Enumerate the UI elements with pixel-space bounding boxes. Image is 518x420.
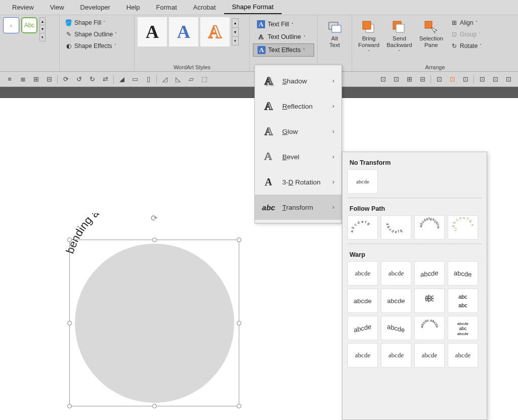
qt-btn[interactable]: ⊟ [416,73,429,85]
wordart-gallery-more[interactable]: ▾ [232,36,239,45]
thumb-warp[interactable]: abcde [414,261,445,286]
thumb-warp[interactable]: abcde [448,261,478,286]
shape-outline-button[interactable]: ✎Shape Outline ˅ [63,29,119,39]
align-button[interactable]: ⊞Align ˅ [448,17,484,28]
qt-btn[interactable]: ⟳ [59,73,72,85]
qt-btn[interactable]: ▯ [142,73,155,85]
qt-btn[interactable]: ◢ [115,73,128,85]
resize-handle[interactable] [152,404,157,408]
thumb-no-transform[interactable]: abcde [348,169,378,194]
thumb-warp[interactable]: abcde [348,343,378,367]
thumb-warp[interactable]: abcde [381,289,411,313]
menu-acrobat[interactable]: Acrobat [185,1,224,14]
menu-format[interactable]: Format [148,1,185,14]
svg-rect-1 [332,25,341,32]
qt-btn[interactable]: ⊡ [390,73,403,85]
resize-handle[interactable] [152,238,157,242]
thumb-follow-path-4[interactable]: a b c d e f G h i j [448,215,478,240]
wordart-gallery-up[interactable]: ▲ [232,18,239,27]
menu-help[interactable]: Help [118,1,148,14]
dd-bevel[interactable]: ABevel › [255,144,341,169]
qt-btn[interactable]: ⊡ [476,73,489,85]
shape-fill-button[interactable]: 🪣Shape Fill ˅ [63,17,119,28]
resize-handle[interactable] [67,238,72,242]
qt-btn[interactable]: ◺ [171,73,185,85]
dd-reflection[interactable]: AReflection › [255,94,341,119]
style-gallery-more[interactable]: ▾ [39,33,46,41]
thumb-warp[interactable]: abcde [381,343,411,367]
chevron-right-icon: › [332,204,334,211]
resize-handle[interactable] [237,238,241,242]
dd-glow[interactable]: AGlow › [255,119,341,144]
thumb-warp[interactable]: abcabc [414,289,445,313]
menu-shape-format[interactable]: Shape Format [224,1,282,14]
rotate-handle[interactable]: ⟳ [151,213,157,223]
thumb-follow-path-2[interactable]: a b c d e f g [381,215,411,240]
menu-developer[interactable]: Developer [72,1,118,14]
rotate-button[interactable]: ↻Rotate ˅ [448,40,484,51]
menu-view[interactable]: View [42,1,72,14]
qt-btn[interactable]: ⊟ [42,73,56,85]
bring-forward-button[interactable]: Bring Forward˅ [355,17,382,56]
dd-3d-rotation[interactable]: A3-D Rotation › [255,169,341,195]
svg-text:a b c d e f g: a b c d e f g [386,223,403,234]
textbox-selection[interactable]: ⟳ [69,240,239,406]
qt-btn[interactable]: ⊡ [459,73,472,85]
wordart-style-2[interactable]: A [169,17,198,46]
qt-btn[interactable]: ◿ [158,73,171,85]
send-backward-button[interactable]: Send Backward˅ [383,17,415,56]
wordart-style-3[interactable]: A [200,17,230,46]
text-outline-button[interactable]: AText Outline ˅ [253,31,314,43]
dd-transform[interactable]: abcTransform › [255,195,341,220]
group-button[interactable]: ⊡Group ˅ [448,29,484,39]
qt-btn[interactable]: ⊡ [489,73,502,85]
qt-btn[interactable]: ⊞ [29,73,42,85]
glow-icon: A [262,125,275,138]
qt-btn[interactable]: ⊡ [502,73,515,85]
menu-review[interactable]: Review [4,1,42,14]
svg-text:abcde abcde: abcde abcde [420,318,439,328]
qt-btn[interactable]: ↺ [72,73,85,85]
qt-btn[interactable]: ⬚ [198,73,211,85]
qt-btn[interactable]: ▱ [185,73,198,85]
menu-bar: Review View Developer Help Format Acroba… [0,0,518,15]
qt-btn[interactable]: ⊡ [446,73,459,85]
thumb-warp[interactable]: abcde [448,343,478,367]
thumb-warp[interactable]: abcde [381,261,411,286]
shape-effects-button[interactable]: ◐Shape Effects ˅ [63,40,119,51]
text-effects-button[interactable]: AText Effects ˅ [253,43,314,57]
resize-handle[interactable] [237,321,241,325]
resize-handle[interactable] [67,321,72,325]
style-gallery-down[interactable]: ▼ [39,25,46,33]
wordart-style-1[interactable]: A [138,17,167,46]
thumb-warp[interactable]: abcde [381,316,411,340]
qt-btn[interactable]: ≣ [16,73,29,85]
svg-text:abc: abc [458,294,467,300]
thumb-warp[interactable]: abcde [348,261,378,286]
qt-btn[interactable]: ⊡ [433,73,446,85]
thumb-warp[interactable]: abcde [414,343,445,367]
thumb-warp[interactable]: abcabc [448,289,478,313]
qt-btn[interactable]: ⇄ [99,73,112,85]
style-gallery-up[interactable]: ▲ [39,17,46,25]
qt-btn[interactable]: ≡ [3,73,16,85]
resize-handle[interactable] [67,404,72,408]
style-thumb-roundrect[interactable]: Abc [21,17,37,33]
style-thumb-rect[interactable]: c [3,17,19,33]
thumb-follow-path-3[interactable]: abcdefghijklm [414,215,445,240]
resize-handle[interactable] [237,404,241,408]
qt-btn[interactable]: ⊞ [403,73,416,85]
selection-pane-button[interactable]: Selection Pane [416,17,446,51]
thumb-warp[interactable]: abcde [348,289,378,313]
alt-text-button[interactable]: Alt Text [324,17,346,51]
thumb-follow-path-1[interactable]: a b c d e f g [348,215,378,240]
text-fill-button[interactable]: AText Fill ˅ [253,18,314,30]
dd-shadow[interactable]: AShadow › [255,68,341,94]
thumb-warp[interactable]: abcde [348,316,378,340]
qt-btn[interactable]: ⊡ [376,73,390,85]
qt-btn[interactable]: ↻ [85,73,99,85]
qt-btn[interactable]: ▭ [128,73,142,85]
thumb-warp[interactable]: abcde abcde [414,316,445,340]
wordart-gallery-down[interactable]: ▼ [232,27,239,36]
thumb-warp[interactable]: abcdeabcabcde [448,316,478,340]
